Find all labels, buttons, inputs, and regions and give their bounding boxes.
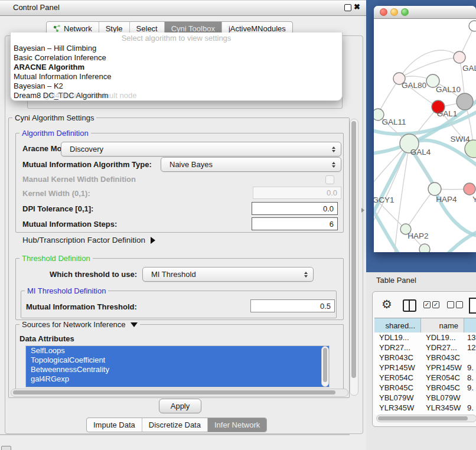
node-label: GAL4 [410, 148, 431, 156]
desktop-background: GALGAL80GAL10GAL1GAL11GAL4SWI4GCY1HAP4YH… [366, 0, 476, 272]
data-attribute-item[interactable] [26, 384, 329, 387]
algorithm-option[interactable]: Bayesian – Hill Climbing [11, 44, 342, 53]
data-attribute-item[interactable]: TopologicalCoefficient [26, 356, 329, 365]
node-label: GCY1 [374, 195, 394, 204]
table-cell: 9. [464, 383, 476, 392]
table-cell: YDR27... [374, 343, 421, 352]
which-threshold-combo[interactable]: MI Threshold [142, 267, 314, 282]
bottom-tab-bar: Impute DataDiscretize DataInfer Network [86, 418, 267, 432]
split-columns-icon[interactable] [403, 299, 416, 312]
tab-label: Discretize Data [149, 420, 201, 429]
mi-type-label: Mutual Information Algorithm Type: [22, 160, 152, 169]
data-attribute-item[interactable]: SelfLoops [26, 346, 329, 356]
table-row[interactable]: YPR145WYPR145W9. [374, 363, 476, 373]
data-attributes-list[interactable]: SelfLoopsTopologicalCoefficientBetweenne… [25, 345, 330, 387]
data-attribute-item[interactable]: gal4RGexp [26, 374, 329, 384]
kernel-width-value: 0.0 [327, 188, 337, 197]
table-row[interactable]: YBR045CYBR045C9. [374, 383, 476, 393]
network-node-hap4[interactable] [428, 182, 441, 195]
close-traffic-light[interactable] [380, 8, 387, 16]
splitter-collapse-icon[interactable] [361, 208, 364, 213]
attr-list-scrollbar[interactable] [321, 346, 329, 387]
table-panel-card: ⚙ ✓ ✓ shared...name YDL19...YDL19...13YD… [372, 291, 476, 427]
apply-button[interactable]: Apply [159, 399, 201, 413]
node-label: Y [472, 195, 476, 204]
manual-kernel-checkbox[interactable] [325, 175, 334, 184]
panel-corner-icon[interactable] [1, 446, 11, 450]
column-header[interactable] [464, 318, 476, 332]
table-cell: YBR043C [421, 353, 464, 362]
algorithm-option[interactable]: Mutual Information Inference [11, 72, 342, 81]
network-canvas[interactable]: GALGAL80GAL10GAL1GAL11GAL4SWI4GCY1HAP4YH… [374, 19, 476, 252]
minimize-traffic-light[interactable] [390, 8, 398, 16]
collapse-down-icon [131, 322, 138, 327]
tab-label: Style [106, 24, 123, 33]
apply-button-label: Apply [171, 402, 190, 410]
table-horizontal-scrollbar[interactable] [376, 415, 476, 422]
table-row[interactable]: YER054CYER054C8. [374, 373, 476, 383]
sources-title: Sources for Network Inference [22, 320, 126, 329]
mi-threshold-label: Mutual Information Threshold: [26, 302, 137, 311]
column-header[interactable]: name [421, 318, 464, 332]
mi-steps-field[interactable]: 6 [252, 217, 338, 230]
mi-type-value: Naive Bayes [161, 160, 329, 169]
table-body: YDL19...YDL19...13YDR27...YDR27...12YBR0… [374, 332, 476, 415]
table-row[interactable]: YDL19...YDL19...13 [374, 332, 476, 343]
hub-definition-toggle[interactable]: Hub/Transcription Factor Definition [22, 236, 155, 244]
network-window-titlebar[interactable] [374, 6, 476, 19]
tab-discretize-data[interactable]: Discretize Data [142, 418, 207, 432]
unchecked-checkbox-icon[interactable] [447, 301, 454, 308]
zoom-traffic-light[interactable] [401, 8, 409, 16]
mi-type-combo[interactable]: Naive Bayes [161, 157, 341, 172]
settings-horizontal-scrollbar[interactable] [11, 389, 348, 397]
scrollbar-thumb[interactable] [323, 348, 327, 382]
panel-separator [0, 434, 350, 435]
tab-label: Cyni Toolbox [171, 24, 215, 33]
unchecked-checkbox-icon[interactable] [456, 301, 463, 308]
float-window-icon[interactable] [344, 4, 351, 11]
network-node[interactable] [469, 21, 476, 31]
column-header[interactable]: shared... [374, 318, 421, 332]
data-attributes-label: Data Attributes [19, 334, 74, 343]
network-node-y[interactable] [464, 183, 475, 195]
network-node[interactable] [457, 93, 473, 110]
table-cell: YDL19... [374, 333, 421, 342]
page-icon[interactable] [469, 298, 476, 314]
dpi-tolerance-field[interactable]: 0.0 [252, 202, 338, 215]
scrollbar-thumb[interactable] [378, 416, 468, 420]
tab-impute-data[interactable]: Impute Data [87, 418, 142, 432]
algorithm-option[interactable]: Basic Correlation Inference [11, 53, 342, 63]
table-cell: YBL079W [421, 393, 464, 402]
table-cell: YBL079W [374, 393, 421, 402]
table-row[interactable]: YBR043CYBR043C [374, 353, 476, 363]
gear-icon[interactable]: ⚙ [382, 297, 392, 311]
tab-infer-network[interactable]: Infer Network [207, 418, 266, 432]
algorithm-option[interactable]: Bayesian – K2 [11, 81, 342, 91]
network-window[interactable]: GALGAL80GAL10GAL1GAL11GAL4SWI4GCY1HAP4YH… [374, 6, 476, 252]
table-cell: YBR045C [421, 383, 464, 392]
close-icon[interactable]: ✖ [354, 2, 360, 11]
scrollbar-thumb[interactable] [13, 390, 335, 394]
mi-threshold-field[interactable]: 0.5 [250, 299, 335, 312]
algorithm-option[interactable]: ARACNE Algorithm [11, 63, 342, 72]
sources-toggle[interactable]: Sources for Network Inference [19, 320, 140, 329]
mi-threshold-value: 0.5 [320, 302, 331, 311]
kernel-width-field[interactable]: 0.0 [253, 187, 341, 199]
checked-checkbox-icon[interactable]: ✓ [423, 301, 431, 308]
table-cell: 8. [464, 373, 476, 382]
hub-definition-label: Hub/Transcription Factor Definition [22, 236, 145, 244]
aracne-mode-combo[interactable]: Discovery [61, 142, 341, 156]
table-row[interactable]: YLR345WYLR345W9. [374, 403, 476, 413]
dpi-tolerance-label: DPI Tolerance [0,1]: [22, 204, 93, 213]
network-node[interactable] [419, 244, 430, 252]
scrollbar-thumb[interactable] [351, 121, 356, 378]
network-node-gal[interactable] [454, 51, 465, 63]
data-attribute-item[interactable]: BetweennessCentrality [26, 365, 329, 374]
checked-checkbox-icon[interactable]: ✓ [432, 301, 439, 308]
table-row[interactable]: YDR27...YDR27...12 [374, 343, 476, 353]
settings-vertical-scrollbar[interactable] [350, 119, 358, 396]
table-row[interactable]: YBL079WYBL079W [374, 393, 476, 403]
network-edge [406, 189, 435, 229]
node-label: GAL80 [402, 81, 426, 90]
table-cell: 9. [464, 363, 476, 372]
